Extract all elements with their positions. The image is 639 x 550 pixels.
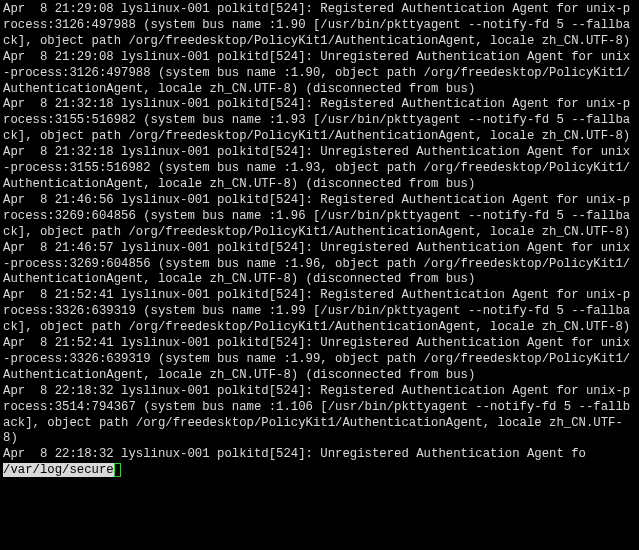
log-line: Apr 8 21:46:57 lyslinux-001 polkitd[524]… [3, 241, 630, 287]
log-line: Apr 8 22:18:32 lyslinux-001 polkitd[524]… [3, 384, 630, 446]
log-line: Apr 8 22:18:32 lyslinux-001 polkitd[524]… [3, 447, 586, 461]
log-line: Apr 8 21:29:08 lyslinux-001 polkitd[524]… [3, 2, 630, 48]
log-line: Apr 8 21:52:41 lyslinux-001 polkitd[524]… [3, 288, 630, 334]
log-line: Apr 8 21:32:18 lyslinux-001 polkitd[524]… [3, 97, 630, 143]
log-line: Apr 8 21:29:08 lyslinux-001 polkitd[524]… [3, 50, 630, 96]
status-filename: /var/log/secure [3, 463, 114, 477]
log-line: Apr 8 21:46:56 lyslinux-001 polkitd[524]… [3, 193, 630, 239]
log-line: Apr 8 21:52:41 lyslinux-001 polkitd[524]… [3, 336, 630, 382]
cursor-icon [114, 463, 121, 477]
log-line: Apr 8 21:32:18 lyslinux-001 polkitd[524]… [3, 145, 630, 191]
terminal-viewport[interactable]: Apr 8 21:29:08 lyslinux-001 polkitd[524]… [0, 0, 639, 481]
